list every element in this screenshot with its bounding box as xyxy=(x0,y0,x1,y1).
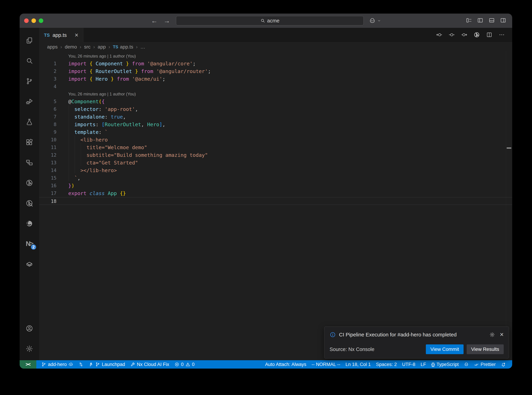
view-results-button[interactable]: View Results xyxy=(467,344,504,354)
breadcrumb-item-demo[interactable]: demo xyxy=(65,44,77,50)
activity-item-search[interactable] xyxy=(20,51,39,71)
status-item-copilot-status[interactable] xyxy=(461,360,471,368)
status-item-indentation[interactable]: Spaces: 2 xyxy=(373,360,399,368)
breadcrumb-separator: › xyxy=(136,44,138,50)
code-line-5[interactable]: 5@Component({ xyxy=(39,98,512,105)
breadcrumb-item-apps[interactable]: apps xyxy=(47,44,58,50)
status-item-nx-cloud-ai-fix[interactable]: Nx Cloud AI Fix xyxy=(128,360,172,368)
code-line-4[interactable]: 4 xyxy=(39,83,512,90)
toggle-primary-sidebar-button[interactable] xyxy=(477,17,483,24)
code-line-1[interactable]: 1import { Component } from '@angular/cor… xyxy=(39,60,512,67)
code-line-2[interactable]: 2import { RouterOutlet } from '@angular/… xyxy=(39,67,512,75)
status-item-cursor-position[interactable]: Ln 18, Col 1 xyxy=(343,360,373,368)
scrollbar-track[interactable] xyxy=(506,51,506,360)
code-line-14[interactable]: 14 ></lib-hero> xyxy=(39,167,512,174)
copilot-icon xyxy=(369,17,376,24)
status-item-problems[interactable]: 00 xyxy=(172,360,197,368)
minimize-window-button[interactable] xyxy=(32,18,36,23)
line-number: 12 xyxy=(39,151,56,159)
close-tab-icon[interactable]: × xyxy=(75,32,78,39)
split-editor-button[interactable] xyxy=(486,32,492,38)
breadcrumb-item-[interactable]: … xyxy=(140,44,145,50)
back-button[interactable]: ← xyxy=(151,17,158,25)
gitlens-next-change-button[interactable] xyxy=(461,32,467,38)
customize-layout-button[interactable] xyxy=(466,17,472,24)
breadcrumb-item-app[interactable]: app xyxy=(98,44,106,50)
status-item-auto-attach[interactable]: Auto Attach: Always xyxy=(263,360,309,368)
code-line-8[interactable]: 8 imports: [RouterOutlet, Hero], xyxy=(39,121,512,128)
code-line-11[interactable]: 11 title="Welcmoe demo" xyxy=(39,144,512,151)
circle-branch-search-icon xyxy=(26,199,33,207)
code-line-16[interactable]: 16}) xyxy=(39,182,512,190)
activity-item-nx-console[interactable]: N>2 xyxy=(20,234,39,254)
codelens-blame-annotation[interactable]: You, 26 minutes ago | 1 author (You) xyxy=(39,90,512,98)
code-line-15[interactable]: 15 `, xyxy=(39,174,512,182)
source-control-icon xyxy=(41,362,46,367)
copilot-icon xyxy=(464,362,469,367)
status-item-vim-mode[interactable]: -- NORMAL -- xyxy=(309,360,343,368)
gitlens-prev-icon xyxy=(436,32,442,38)
editor-group: TS app.ts × apps›demo›src›app›TSapp.ts›…… xyxy=(39,28,512,360)
remote-indicator[interactable]: >< xyxy=(20,360,36,368)
status-item-formatter[interactable]: Prettier xyxy=(471,360,498,368)
activity-item-source-control[interactable] xyxy=(20,71,39,91)
status-text: Launchpad xyxy=(102,362,125,367)
activity-item-extensions[interactable] xyxy=(20,132,39,152)
activity-item-edge-tools[interactable] xyxy=(20,213,39,234)
command-center-search[interactable]: acme xyxy=(176,16,364,25)
linked-boxes-icon xyxy=(26,159,33,166)
view-commit-button[interactable]: View Commit xyxy=(426,344,463,354)
activity-item-containers[interactable] xyxy=(20,254,39,274)
notification-settings-gear-icon[interactable] xyxy=(489,332,495,337)
activity-item-accounts[interactable] xyxy=(20,318,39,339)
activity-item-nx-project-details[interactable] xyxy=(20,193,39,213)
toggle-panel-button[interactable] xyxy=(489,17,495,24)
copilot-menu-button[interactable] xyxy=(369,14,381,28)
activity-item-explorer[interactable] xyxy=(20,30,39,51)
activity-item-nx-project-graph[interactable] xyxy=(20,173,39,193)
status-item-language-mode[interactable]: {}TypeScript xyxy=(429,360,461,368)
code-text: import { RouterOutlet } from '@angular/r… xyxy=(56,67,211,75)
editor[interactable]: You, 26 minutes ago | 1 author (You)1imp… xyxy=(39,51,512,360)
zoom-window-button[interactable] xyxy=(39,18,43,23)
status-item-launchpad[interactable]: Launchpad xyxy=(86,360,128,368)
code-line-13[interactable]: 13 cta="Get Started" xyxy=(39,159,512,167)
activity-item-run-and-debug[interactable] xyxy=(20,91,39,112)
breadcrumb-item-app.ts[interactable]: TSapp.ts xyxy=(113,44,133,50)
code-text: template: ` xyxy=(56,128,108,136)
code-line-17[interactable]: 17export class App {} xyxy=(39,190,512,197)
activity-item-manage-settings[interactable] xyxy=(20,339,39,359)
code-line-10[interactable]: 10 <lib-hero xyxy=(39,136,512,144)
status-text: -- NORMAL -- xyxy=(312,362,340,367)
notification-source: Source: Nx Console xyxy=(330,346,374,352)
close-window-button[interactable] xyxy=(24,18,29,23)
status-item-git-branch[interactable]: add-hero xyxy=(39,360,76,368)
code-line-18[interactable]: 18 xyxy=(39,197,512,205)
code-line-12[interactable]: 12 subtitle="Build something amazing tod… xyxy=(39,151,512,159)
code-line-9[interactable]: 9 template: ` xyxy=(39,128,512,136)
testing-icon xyxy=(26,118,33,126)
forward-button[interactable]: → xyxy=(163,17,170,25)
activity-item-testing[interactable] xyxy=(20,112,39,132)
more-actions-button[interactable] xyxy=(499,32,505,38)
codelens-blame-annotation[interactable]: You, 26 minutes ago | 1 author (You) xyxy=(39,53,512,60)
activity-item-project-references[interactable] xyxy=(20,152,39,173)
breadcrumb-item-src[interactable]: src xyxy=(84,44,91,50)
toggle-secondary-sidebar-button[interactable] xyxy=(500,17,506,24)
notification-close-icon[interactable]: × xyxy=(500,331,504,338)
gitlens-compare-button[interactable] xyxy=(449,32,455,38)
code-line-7[interactable]: 7 standalone: true, xyxy=(39,113,512,121)
line-number: 11 xyxy=(39,144,56,151)
status-text: Prettier xyxy=(481,362,496,367)
editor-toolbar xyxy=(436,28,512,42)
status-item-encoding[interactable]: UTF-8 xyxy=(399,360,418,368)
status-item-notifications-bell[interactable] xyxy=(498,360,508,368)
status-item-eol[interactable]: LF xyxy=(418,360,429,368)
nx-project-graph-action-button[interactable] xyxy=(474,32,480,38)
gitlens-previous-change-button[interactable] xyxy=(436,32,442,38)
code-line-3[interactable]: 3import { Hero } from '@acme/ui'; xyxy=(39,75,512,83)
line-number: 14 xyxy=(39,167,56,174)
tab-app-ts[interactable]: TS app.ts × xyxy=(39,28,83,42)
status-item-commit-graph[interactable] xyxy=(76,360,86,368)
code-line-6[interactable]: 6 selector: 'app-root', xyxy=(39,105,512,113)
